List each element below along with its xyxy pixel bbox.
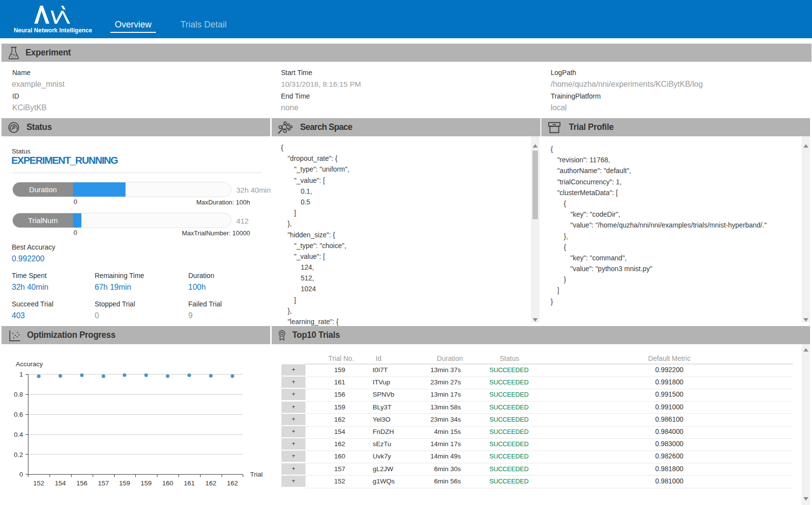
svg-text:0.6: 0.6 — [14, 411, 23, 418]
svg-text:162: 162 — [227, 480, 238, 487]
svg-text:162: 162 — [205, 480, 217, 487]
svg-text:159: 159 — [119, 480, 130, 487]
svg-text:156: 156 — [76, 480, 88, 487]
svg-text:154: 154 — [55, 480, 66, 487]
svg-text:157: 157 — [98, 480, 109, 487]
svg-text:Trial: Trial — [250, 471, 263, 478]
svg-text:160: 160 — [162, 480, 174, 487]
svg-text:152: 152 — [33, 480, 45, 487]
svg-text:159: 159 — [141, 480, 152, 487]
svg-text:1: 1 — [19, 371, 23, 378]
svg-text:0.4: 0.4 — [14, 431, 23, 438]
svg-text:Accuracy: Accuracy — [16, 360, 43, 368]
svg-text:0: 0 — [19, 471, 23, 478]
svg-text:0.2: 0.2 — [14, 451, 23, 458]
svg-text:161: 161 — [184, 480, 195, 487]
svg-text:0.8: 0.8 — [14, 391, 23, 398]
